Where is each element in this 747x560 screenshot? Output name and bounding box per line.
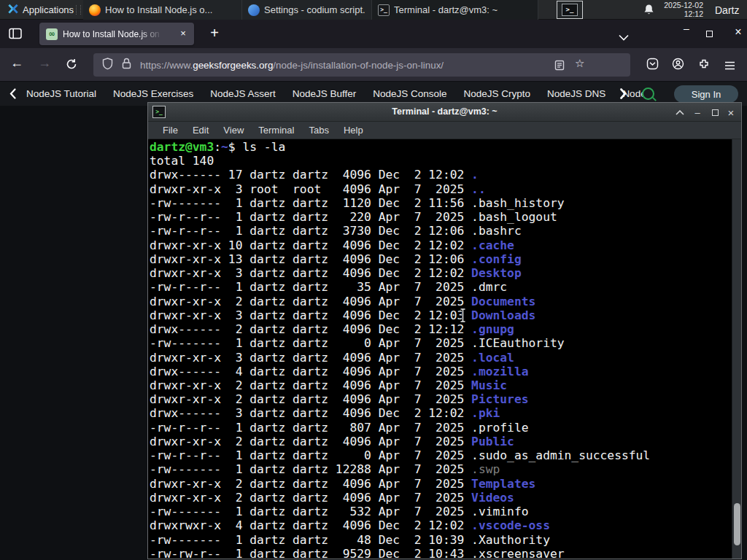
taskbar-button-firefox[interactable]: How to Install Node.js o... — [83, 0, 242, 20]
browser-minimize-button[interactable]: – — [677, 23, 696, 34]
reload-icon[interactable] — [66, 58, 77, 73]
listing-row-meta: -rw-r--r-- 1 dartz dartz 35 Apr 7 2025 — [150, 280, 471, 294]
tracking-shield-icon[interactable] — [102, 58, 113, 73]
file-name: Music — [471, 378, 507, 392]
firefox-view-icon[interactable] — [9, 28, 22, 42]
listing-row-meta: -rw-r--r-- 1 dartz dartz 220 Apr 7 2025 — [150, 210, 471, 224]
browser-close-button[interactable]: × — [729, 26, 747, 39]
account-icon[interactable] — [672, 58, 684, 73]
nav-item-nodejs-buffer[interactable]: NodeJS Buffer — [293, 88, 357, 99]
terminal-menu-view[interactable]: View — [216, 125, 251, 136]
pocket-icon[interactable] — [646, 58, 659, 73]
reader-view-icon[interactable] — [554, 60, 565, 74]
terminal-launcher-icon: >_ — [562, 4, 578, 16]
new-tab-button[interactable]: + — [204, 23, 225, 44]
nav-item-nodejs-crypto[interactable]: NodeJS Crypto — [464, 88, 531, 99]
file-name: .gnupg — [471, 322, 514, 336]
terminal-menu-file[interactable]: File — [155, 125, 185, 136]
taskbar-button-label: Settings - codium script... — [264, 4, 365, 15]
listing-row-meta: -rw------- 1 dartz dartz 532 Apr 7 2025 — [150, 505, 471, 518]
terminal-window-title: Terminal - dartz@vm3: ~ — [148, 106, 741, 117]
url-path: /node-js/installation-of-node-js-on-linu… — [273, 60, 444, 71]
terminal-menu-edit[interactable]: Edit — [185, 125, 216, 136]
terminal-shade-button[interactable] — [671, 103, 689, 122]
terminal-menu-terminal[interactable]: Terminal — [251, 125, 301, 136]
file-name: Videos — [471, 491, 514, 505]
terminal-close-button[interactable]: × — [722, 103, 740, 122]
menu-hamburger-icon[interactable] — [724, 60, 735, 73]
listing-row-meta: -rw------- 1 dartz dartz 48 Dec 2 10:39 — [150, 533, 471, 547]
total-line: total 140 — [150, 154, 214, 168]
file-name: .mozilla — [471, 365, 528, 378]
nav-item-nodejs-tutorial[interactable]: NodeJS Tutorial — [26, 88, 96, 99]
nav-item-nodejs-dns[interactable]: NodeJS DNS — [547, 88, 605, 99]
terminal-launcher[interactable]: >_ — [557, 1, 583, 19]
listing-row-meta: drwx------ 17 dartz dartz 4096 Dec 2 12:… — [150, 168, 471, 182]
top-panel: Applications How to Install Node.js o...… — [0, 0, 747, 20]
file-name: .bashrc — [471, 224, 522, 238]
applications-menu[interactable]: Applications — [4, 0, 77, 20]
sign-in-button[interactable]: Sign In — [674, 85, 738, 103]
listing-row-meta: drwxr-xr-x 3 dartz dartz 4096 Apr 7 2025 — [150, 351, 471, 365]
panel-user-label: Dartz — [715, 4, 739, 16]
panel-separator — [76, 5, 81, 15]
url-scheme: https://www. — [140, 60, 193, 71]
taskbar-button-vscodium[interactable]: Settings - codium script... — [242, 0, 372, 20]
listing-row-meta: drwxr-xr-x 3 dartz dartz 4096 Dec 2 12:0… — [150, 308, 471, 322]
file-name: .viminfo — [471, 505, 528, 518]
terminal-icon: >_ — [378, 4, 390, 16]
terminal-content[interactable]: dartz@vm3:~$ ls -la total 140 drwx------… — [148, 139, 741, 559]
file-name: .pki — [471, 406, 500, 420]
vscodium-icon — [248, 4, 260, 16]
terminal-minimize-button[interactable]: – — [689, 103, 706, 122]
bookmark-star-icon[interactable]: ☆ — [575, 57, 584, 70]
terminal-title-bar[interactable]: >_ Terminal - dartz@vm3: ~ – × — [148, 103, 741, 122]
url-text[interactable]: https://www.geeksforgeeks.org/node-js/in… — [140, 60, 549, 71]
file-name: Public — [471, 435, 514, 448]
terminal-scrollbar-thumb[interactable] — [734, 503, 740, 545]
prompt-cwd: ~ — [221, 140, 228, 154]
xfce-logo-icon — [7, 3, 19, 17]
address-bar[interactable]: https://www.geeksforgeeks.org/node-js/in… — [93, 53, 630, 77]
file-name: .dmrc — [471, 280, 507, 294]
browser-maximize-button[interactable] — [706, 31, 713, 37]
taskbar-button-terminal[interactable]: >_Terminal - dartz@vm3: ~ — [372, 0, 538, 20]
file-name: .bash_logout — [471, 210, 557, 224]
nav-item-nodejs-console[interactable]: NodeJS Console — [373, 88, 446, 99]
applications-label: Applications — [23, 4, 74, 15]
terminal-menu-bar: FileEditViewTerminalTabsHelp — [148, 122, 741, 139]
listing-row-meta: drwxr-xr-x 2 dartz dartz 4096 Apr 7 2025 — [150, 295, 471, 308]
extensions-icon[interactable] — [698, 58, 710, 73]
search-icon[interactable] — [642, 88, 654, 100]
file-name: . — [471, 168, 479, 182]
terminal-output[interactable]: dartz@vm3:~$ ls -la total 140 drwx------… — [150, 140, 650, 559]
terminal-menu-help[interactable]: Help — [336, 125, 371, 136]
nav-item-nodejs-assert[interactable]: NodeJS Assert — [210, 88, 275, 99]
browser-tab[interactable]: ∞ How to Install Node.js on × — [39, 23, 194, 45]
back-button[interactable]: ← — [10, 55, 23, 71]
panel-user-menu[interactable]: Dartz — [715, 0, 739, 20]
nav-scroll-right-icon[interactable] — [620, 88, 627, 102]
terminal-maximize-button[interactable] — [706, 103, 724, 122]
browser-toolbar: ← → https://www.geeksforgeeks.org/node-j… — [0, 48, 747, 82]
tab-close-icon[interactable]: × — [177, 28, 189, 39]
file-name: Documents — [471, 295, 535, 308]
prompt-userhost: dartz@vm3 — [150, 140, 214, 154]
listing-row-meta: -rw-r--r-- 1 dartz dartz 0 Apr 7 2025 — [150, 448, 471, 462]
lock-icon[interactable] — [122, 58, 131, 72]
file-name: .ICEauthority — [471, 336, 564, 350]
panel-clock[interactable]: 2025-12-02 12:12 — [659, 1, 703, 18]
listing-row-meta: -rw------- 1 dartz dartz 1120 Dec 2 11:5… — [150, 196, 471, 210]
file-name: .config — [471, 252, 522, 266]
file-name: .xscreensaver — [471, 547, 564, 559]
notification-bell-icon[interactable] — [643, 4, 654, 19]
listing-row-meta: -rw------- 1 dartz dartz 0 Apr 7 2025 — [150, 336, 471, 350]
nav-item-nodejs-exercises[interactable]: NodeJS Exercises — [113, 88, 193, 99]
terminal-scrollbar[interactable] — [732, 139, 741, 559]
nav-scroll-left-icon[interactable] — [9, 88, 16, 102]
file-name: Templates — [471, 477, 535, 491]
list-tabs-chevron-icon[interactable] — [619, 31, 629, 44]
terminal-menu-tabs[interactable]: Tabs — [301, 125, 336, 136]
forward-button[interactable]: → — [38, 55, 51, 71]
file-name: .. — [471, 182, 486, 196]
